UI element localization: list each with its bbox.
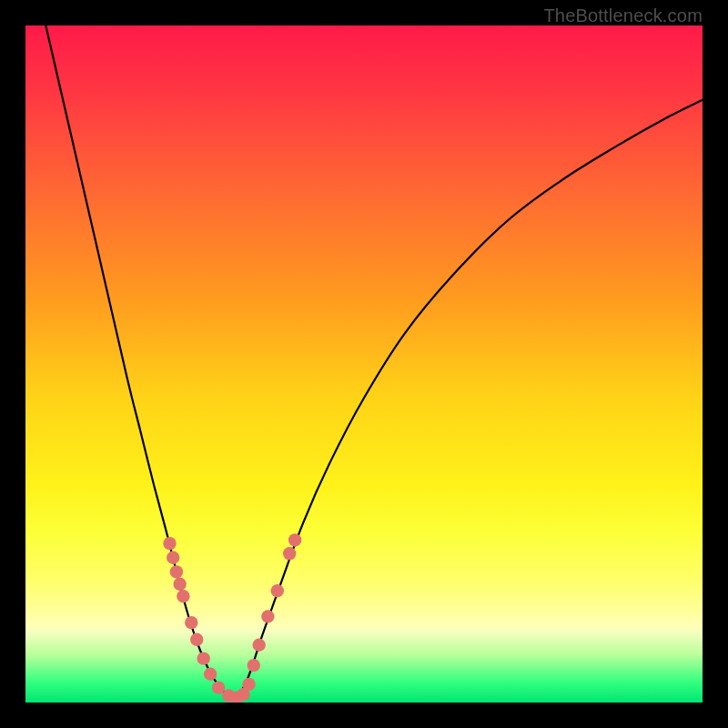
highlight-dot: [163, 537, 176, 550]
highlight-dot: [177, 590, 189, 602]
highlight-dot: [242, 678, 255, 691]
highlight-dot: [271, 584, 284, 597]
highlight-dot: [167, 551, 179, 564]
highlight-dot: [197, 652, 209, 664]
highlight-dot: [173, 578, 186, 591]
gradient-background: [25, 25, 703, 703]
watermark-label: TheBottleneck.com: [543, 5, 703, 26]
highlight-dot: [261, 610, 274, 622]
highlight-dot: [190, 633, 203, 646]
chart-canvas: [25, 25, 703, 703]
chart-frame: TheBottleneck.com: [0, 0, 728, 728]
highlight-dot: [204, 668, 217, 681]
highlight-dot: [248, 659, 260, 672]
highlight-dot: [288, 533, 301, 546]
highlight-dot: [212, 681, 225, 693]
highlight-dot: [170, 565, 183, 578]
highlight-dot: [283, 547, 296, 560]
highlight-dot: [185, 616, 197, 629]
highlight-dot: [252, 639, 265, 652]
